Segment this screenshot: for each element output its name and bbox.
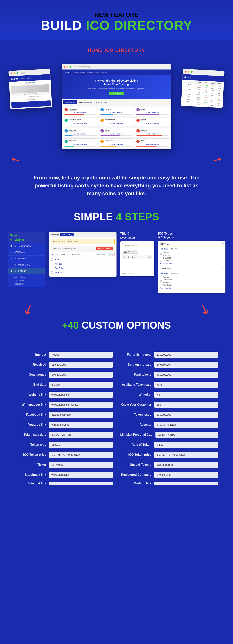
sidebar-item-members[interactable]: 👤 MT Members bbox=[8, 256, 45, 262]
value-token-type: ERC20 bbox=[49, 442, 113, 448]
card-tag-10: Not Rated bbox=[69, 142, 76, 142]
tab-published[interactable]: Published bbox=[71, 253, 82, 256]
value-ico-token-left: 1 CRYPTIC = 0.33 USD bbox=[49, 452, 113, 458]
card-fill-2 bbox=[100, 114, 113, 115]
ico-check-active[interactable] bbox=[160, 254, 162, 256]
card-name-10: NaPoleonX bbox=[69, 140, 76, 142]
sidebar-item-testimonials[interactable]: 💬 MT Testimonials bbox=[8, 243, 45, 249]
browsers-container: Cryptic Cryptic HOME PAGES SERVICE Crowd… bbox=[8, 58, 225, 149]
mock-card-11: Grain Pre-sale Not Rated $0.1000 / $10,0… bbox=[99, 138, 134, 148]
card-bar-1 bbox=[65, 114, 97, 115]
cat-check-realestate[interactable] bbox=[160, 284, 162, 286]
label-role-token: Role of Token bbox=[120, 443, 154, 446]
list-item-title: Title bbox=[51, 258, 115, 262]
label-ticker: Ticker bbox=[15, 463, 49, 466]
form-row-bitcointalk: Bitcointalk link www.cryptic/talk bbox=[15, 470, 113, 480]
ico-tab-most-used[interactable]: Most Used bbox=[170, 248, 181, 250]
ico-check-all[interactable] bbox=[160, 252, 162, 254]
editor-bold[interactable]: B bbox=[122, 255, 126, 259]
tab-active-ico[interactable]: Active ICO (24) bbox=[63, 100, 77, 104]
editor-underline[interactable]: U bbox=[131, 255, 135, 259]
card-icon-11 bbox=[100, 140, 104, 143]
arrow-custom-left: ↙ bbox=[21, 301, 36, 317]
custom-label: CUSTOM OPTIONS bbox=[82, 320, 171, 331]
editor-area[interactable] bbox=[122, 260, 152, 272]
step4-label: ICO Types bbox=[158, 232, 225, 235]
form-row-ico-token-price-left: ICO Token price 1 CRYPTIC = 0.33 USD bbox=[15, 450, 113, 460]
tab-all[interactable]: All (25) bbox=[51, 253, 59, 256]
cat-check-marketplace[interactable] bbox=[160, 279, 162, 281]
item-name-nucleus: Nucleus bbox=[55, 263, 62, 265]
run-updater-btn[interactable]: Run the updater bbox=[96, 247, 113, 250]
ico-add-new-btn[interactable]: + Add New Item bbox=[160, 263, 223, 264]
form-row-medium: Medium link bbox=[120, 480, 218, 487]
mock-view-coins-btn[interactable]: VIEW COINS bbox=[109, 92, 124, 95]
listings-title: Listings bbox=[51, 233, 59, 236]
checkbox-title[interactable] bbox=[51, 258, 53, 260]
hero-title-line1: NEW FEATURE bbox=[15, 11, 218, 18]
cat-item-marketplace: Marketplace bbox=[160, 278, 223, 281]
value-total-tokens: 400,000,000 bbox=[154, 372, 218, 378]
submenu-categories[interactable]: Categories bbox=[10, 282, 43, 286]
dot-yellow-r bbox=[188, 71, 190, 73]
value-accepts: BTC; ETH; NEO bbox=[154, 422, 218, 428]
dot-green bbox=[17, 72, 19, 74]
label-interest: Interest bbox=[15, 353, 49, 356]
cat-check-finance[interactable] bbox=[160, 276, 162, 278]
ico-directory-section: HOME ICO DIRECTORY Cryptic Cryptic HOME … bbox=[0, 40, 233, 153]
cat-label-marketplace: Marketplace bbox=[163, 279, 172, 281]
label-presale: Sold on pre-sale bbox=[120, 363, 154, 366]
add-listing-btn[interactable]: Add Listing bbox=[60, 233, 74, 236]
editor-align-right[interactable]: ≡ bbox=[144, 255, 148, 259]
card-price-5: $0.1000 / $18,000,000 bbox=[100, 123, 133, 124]
tab-ended-ico[interactable]: Ended ICO (18) bbox=[94, 100, 109, 104]
submenu-add-listing[interactable]: Add Listing bbox=[10, 275, 43, 279]
dot-yellow bbox=[14, 72, 16, 74]
cat-tab-most-used[interactable]: Most Used bbox=[170, 272, 181, 274]
mock-card-header-11: Grain Pre-sale Not Rated bbox=[100, 140, 133, 143]
editor-link[interactable]: 🔗 bbox=[148, 255, 152, 259]
cat-tab-all[interactable]: All Items bbox=[160, 272, 169, 274]
mock-card-7: Hijoki token Medium $0.0500 / $12,000,00… bbox=[63, 128, 98, 137]
tab-mine[interactable]: Mine (18) bbox=[60, 253, 70, 256]
dash-img bbox=[11, 84, 49, 94]
value-ico-token-right: 1 CRYPTIC = 0.33 USD bbox=[154, 452, 218, 458]
custom-options-section: +40 CUSTOM OPTIONS bbox=[0, 318, 233, 350]
ico-check-upcoming[interactable] bbox=[160, 260, 162, 262]
ico-types-label: ICO Types bbox=[160, 243, 170, 245]
submenu-ico-types[interactable]: ICO Types bbox=[10, 279, 43, 282]
tab-upcoming-ico[interactable]: Upcoming ICO (55) bbox=[77, 100, 94, 104]
browser-url-center: cryptic.com/ico-directory bbox=[74, 66, 90, 68]
checkbox-wizcoin[interactable] bbox=[51, 272, 53, 274]
label-total-tokens: Total tokens bbox=[120, 373, 154, 376]
bulk-select[interactable]: Bulk Actions bbox=[96, 253, 107, 256]
editor-align-center[interactable]: ≡ bbox=[140, 255, 143, 259]
sidebar-item-clients[interactable]: 👥 MT Clients bbox=[8, 249, 45, 256]
value-available-token: 70% bbox=[154, 382, 218, 388]
title-input-field[interactable]: Enter title here bbox=[122, 243, 152, 248]
editor-align-left[interactable]: ≡ bbox=[135, 255, 139, 259]
editor-italic[interactable]: I bbox=[127, 255, 130, 259]
value-website: www.cryptic.com bbox=[49, 392, 113, 398]
ico-check-ended[interactable] bbox=[160, 257, 162, 259]
cat-check-payments[interactable] bbox=[160, 282, 162, 283]
checkbox-educoin[interactable] bbox=[51, 267, 53, 269]
card-tag-4: 54 Left bbox=[69, 120, 81, 122]
apply-btn[interactable]: Apply bbox=[108, 253, 115, 256]
sidebar-item-megamenu[interactable]: ☰ MT Mega Menu bbox=[8, 262, 45, 268]
ico-tab-all[interactable]: All Items bbox=[160, 248, 169, 250]
card-price-4: $0.2000 / $23,000,000 bbox=[65, 123, 97, 124]
cat-close-btn[interactable]: ▾ bbox=[222, 267, 223, 270]
card-name-9: KodakOne bbox=[140, 130, 147, 131]
sidebar-item-listings[interactable]: 📋 MT Listings bbox=[8, 268, 45, 274]
add-media-btn[interactable]: 📷 Add Media bbox=[122, 250, 138, 254]
card-name-11: Grain Pre-sale bbox=[105, 140, 113, 142]
megamenu-icon: ☰ bbox=[10, 263, 13, 266]
card-bar-11 bbox=[100, 146, 133, 146]
cat-add-new-btn[interactable]: + Add New Item bbox=[160, 287, 223, 289]
checkbox-nucleus[interactable] bbox=[51, 263, 53, 265]
mock-hero-sub: Duis aute irure dolor in reprehenderit i… bbox=[65, 88, 168, 90]
mock-card-5: Delbtum Network Neutral $0.1000 / $18,00… bbox=[99, 117, 134, 127]
hero-ico-directory: ICO DIRECTORY bbox=[86, 18, 192, 32]
ico-close-btn[interactable]: ▾ bbox=[222, 242, 223, 246]
